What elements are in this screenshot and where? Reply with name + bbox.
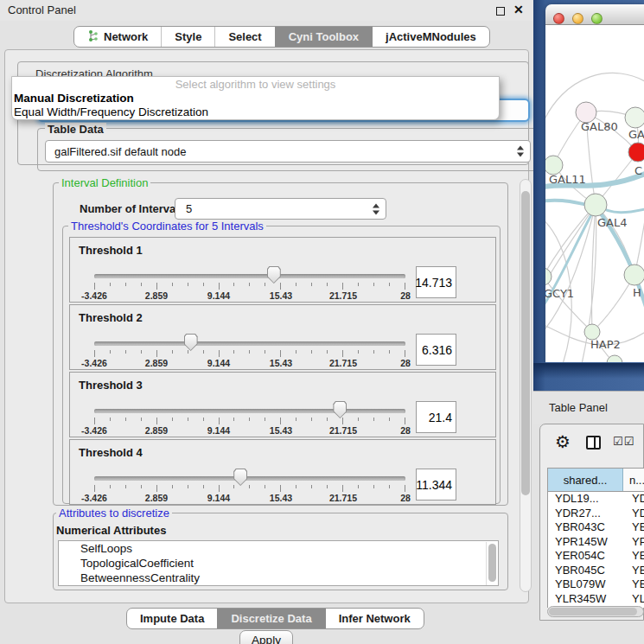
- table-toolbar: ⚙ ☑☑: [540, 424, 643, 466]
- tick-label: 28: [400, 493, 411, 503]
- close-icon[interactable]: ✕: [513, 3, 524, 16]
- table-panel-header: Table Panel: [533, 391, 644, 424]
- threshold-value-box[interactable]: 6.316: [416, 334, 456, 366]
- tick-mark: [172, 350, 173, 354]
- tab-select[interactable]: Select: [214, 27, 274, 47]
- tab-style[interactable]: Style: [161, 27, 214, 47]
- traffic-light-close-icon[interactable]: [553, 13, 564, 24]
- slider-track[interactable]: [94, 274, 405, 278]
- attribute-item[interactable]: SelfLoops: [59, 541, 498, 556]
- tab-network[interactable]: Network: [74, 27, 161, 47]
- tick-label: 15.43: [270, 493, 292, 503]
- table-row[interactable]: YBL079WYBL0: [548, 577, 644, 592]
- tick-mark: [342, 283, 343, 290]
- attribute-item[interactable]: TopologicalCoefficient: [59, 556, 498, 571]
- threshold-slider[interactable]: -3.4262.8599.14415.4321.71528: [94, 399, 405, 437]
- tick-mark: [219, 350, 220, 357]
- table-cell: YDL1: [626, 492, 644, 507]
- table-header-cell[interactable]: n...: [623, 469, 644, 491]
- attributes-list[interactable]: SelfLoopsTopologicalCoefficientBetweenne…: [58, 540, 499, 586]
- slider-track[interactable]: [94, 341, 405, 346]
- threshold-value-box[interactable]: 14.713: [416, 266, 456, 298]
- table-cell: YDR27...: [548, 507, 626, 521]
- tab-label: Style: [175, 30, 201, 43]
- tick-mark: [110, 418, 111, 421]
- slider-thumb[interactable]: [184, 334, 198, 351]
- network-node[interactable]: [584, 194, 607, 216]
- gear-icon[interactable]: ⚙: [555, 431, 571, 452]
- settings-scrollbar[interactable]: [520, 179, 532, 592]
- network-view-window: GAL80GACGAL11GAL4GCY1HHAP2: [545, 4, 644, 363]
- threshold-slider[interactable]: -3.4262.8599.14415.4321.71528: [94, 264, 405, 302]
- node-label: GA: [628, 128, 644, 141]
- spinner-arrows-icon[interactable]: [373, 203, 379, 214]
- list-scrollbar-thumb[interactable]: [488, 544, 496, 582]
- threshold-value-box[interactable]: 11.344: [416, 469, 456, 501]
- tick-strip: [94, 350, 405, 357]
- threshold-value-box[interactable]: 21.4: [416, 401, 456, 433]
- tick-mark: [188, 283, 188, 286]
- traffic-light-minimize-icon[interactable]: [572, 13, 583, 24]
- threshold-slider[interactable]: -3.4262.8599.14415.4321.71528: [94, 331, 405, 369]
- number-of-intervals-spinner[interactable]: 5: [175, 198, 386, 220]
- table-row[interactable]: YDR27...YDR2: [548, 507, 644, 521]
- table-cell: YDL19...: [548, 492, 626, 507]
- tick-mark: [296, 485, 296, 488]
- table-row[interactable]: YER054CYER0: [548, 549, 644, 564]
- network-node[interactable]: [624, 265, 644, 285]
- tick-label: 15.43: [270, 290, 292, 301]
- slider-thumb[interactable]: [267, 266, 281, 284]
- threshold-slider[interactable]: -3.4262.8599.14415.4321.71528: [94, 466, 405, 504]
- node-table[interactable]: shared...n... YDL19...YDL1YDR27...YDR2YB…: [547, 468, 644, 608]
- tick-mark: [156, 418, 157, 424]
- tab-jactivemnodules[interactable]: jActiveMNodules: [372, 27, 489, 47]
- column-view-icon[interactable]: [586, 436, 601, 450]
- network-node[interactable]: [545, 156, 563, 175]
- table-data-combobox[interactable]: galFiltered.sif default node: [45, 140, 531, 163]
- network-canvas[interactable]: GAL80GACGAL11GAL4GCY1HHAP2: [545, 25, 644, 362]
- tick-label: -3.426: [81, 290, 107, 301]
- tick-strip: [94, 418, 405, 424]
- apply-button[interactable]: Apply: [239, 630, 293, 644]
- tab-impute-data[interactable]: Impute Data: [127, 609, 217, 628]
- tab-label: Infer Network: [339, 612, 411, 625]
- tick-mark: [249, 350, 250, 354]
- tick-label: 2.859: [145, 290, 168, 301]
- algorithm-option[interactable]: Equal Width/Frequency Discretization: [14, 105, 208, 118]
- slider-thumb[interactable]: [333, 401, 347, 418]
- settings-scrollbar-thumb[interactable]: [521, 191, 530, 495]
- algorithm-option[interactable]: Manual Discretization: [14, 92, 134, 105]
- traffic-light-zoom-icon[interactable]: [591, 13, 603, 24]
- network-node[interactable]: [545, 268, 552, 285]
- tick-mark: [389, 485, 390, 488]
- tick-mark: [389, 418, 390, 421]
- table-row[interactable]: YDL19...YDL1: [548, 492, 644, 507]
- tick-label: 2.859: [145, 493, 168, 503]
- tick-mark: [219, 485, 220, 492]
- tick-mark: [296, 350, 296, 354]
- table-header-cell[interactable]: shared...: [548, 469, 623, 491]
- network-node[interactable]: [628, 143, 644, 162]
- tick-mark: [280, 418, 281, 424]
- tick-mark: [327, 485, 328, 488]
- list-scrollbar[interactable]: [486, 542, 497, 586]
- float-window-icon[interactable]: [496, 7, 505, 16]
- attribute-item[interactable]: BetweennessCentrality: [59, 571, 498, 585]
- top-tab-bar: NetworkStyleSelectCyni ToolboxjActiveMNo…: [73, 26, 490, 48]
- tab-infer-network[interactable]: Infer Network: [325, 609, 424, 628]
- table-hscrollbar-thumb[interactable]: [549, 608, 637, 615]
- table-row[interactable]: YLR345WYLR3: [548, 592, 644, 607]
- slider-thumb[interactable]: [233, 469, 247, 486]
- table-hscrollbar[interactable]: [547, 606, 644, 617]
- network-node[interactable]: [625, 107, 644, 128]
- table-row[interactable]: YBR043CYBR0: [548, 520, 644, 535]
- network-node[interactable]: [607, 355, 622, 362]
- table-row[interactable]: YBR045CYBR0: [548, 564, 644, 578]
- table-row[interactable]: YPR145WYPR1: [548, 535, 644, 550]
- tab-discretize-data[interactable]: Discretize Data: [217, 609, 324, 628]
- slider-track[interactable]: [94, 409, 405, 413]
- slider-track[interactable]: [94, 476, 405, 481]
- checkbox-icons[interactable]: ☑☑: [613, 435, 634, 448]
- tick-strip: [94, 485, 405, 492]
- tab-cyni-toolbox[interactable]: Cyni Toolbox: [275, 27, 372, 47]
